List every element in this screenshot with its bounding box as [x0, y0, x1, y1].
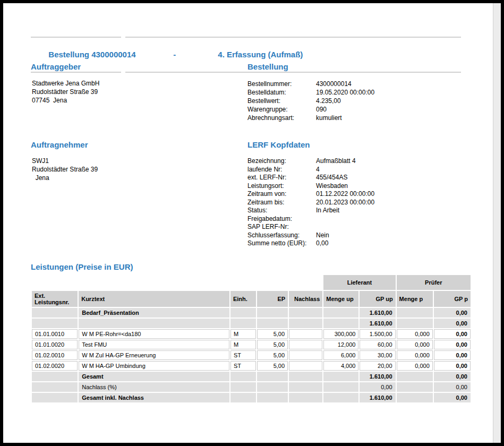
cell-menge-up: [323, 308, 358, 318]
cell-ext-leistungsnr: [32, 393, 78, 402]
cell-gp-up: 60,00: [360, 340, 395, 349]
cell-gp-up: 1.500,00: [360, 329, 395, 339]
field-row: laufende Nr:4: [247, 166, 460, 174]
cell-menge-p: 0,000: [397, 350, 433, 360]
column-header-ep: EP: [257, 291, 288, 307]
cell-gp-up: 1.610,00: [360, 372, 395, 381]
cell-gp-p: 0,00: [434, 308, 471, 318]
cell-gp-p: 0,00: [434, 393, 471, 402]
field-row: ext. LERF-Nr:455/454AS: [247, 174, 460, 182]
field-label: Warengruppe:: [247, 105, 316, 114]
document-page: Bestellung 4300000014-4. Erfassung (Aufm…: [0, 0, 504, 446]
column-header-row: Ext. Leistungsnr.KurztextEinh.EPNachlass…: [32, 291, 471, 307]
field-label: Freigabedatum:: [247, 215, 316, 224]
auftraggeber-address: Stadtwerke Jena GmbHRudolstädter Straße …: [32, 79, 99, 105]
cell-einh: [230, 382, 256, 392]
field-label: Abrechnungsart:: [247, 114, 316, 122]
address-line: Stadtwerke Jena GmbH: [32, 79, 99, 88]
field-row: Abrechnungsart:kumuliert: [247, 114, 460, 122]
field-label: Schlusserfassung:: [247, 231, 316, 240]
title-bottom-rule: [31, 72, 461, 73]
cell-ext-leistungsnr: [32, 319, 78, 328]
column-header-menge-up: Menge up: [323, 291, 358, 307]
cell-einh: [230, 372, 256, 381]
cell-menge-up: [323, 319, 358, 328]
column-header-ext-leistungsnr: Ext. Leistungsnr.: [32, 291, 78, 307]
column-header-gp-up: GP up: [360, 291, 395, 307]
cell-kurztext: W M PE-Rohr=<da180: [79, 329, 229, 339]
cell-menge-p: 0,000: [397, 340, 433, 349]
table-row: 01.01.0010W M PE-Rohr=<da180M5,00300,000…: [32, 329, 471, 339]
cell-einh: M: [230, 329, 256, 339]
title-bar: Bestellung 4300000014-4. Erfassung (Aufm…: [31, 37, 461, 73]
field-value: 20.01.2023 00:00:00: [316, 199, 460, 207]
cell-ext-leistungsnr: 01.01.0010: [32, 329, 78, 339]
section-heading-auftragnehmer: Auftragnehmer: [31, 140, 88, 149]
field-row: Freigabedatum:: [247, 215, 460, 224]
cell-menge-p: [397, 372, 433, 381]
group-header-row: LieferantPrüfer: [32, 275, 471, 290]
cell-gp-p: 0,00: [434, 329, 471, 339]
field-label: Bestelldatum:: [247, 88, 316, 97]
cell-ext-leistungsnr: [32, 372, 78, 381]
cell-ep: [257, 393, 288, 402]
cell-gp-up: 30,00: [360, 350, 395, 360]
field-label: Zeitraum bis:: [247, 199, 316, 207]
cell-einh: M: [230, 340, 256, 349]
field-label: Summe netto (EUR):: [247, 239, 316, 248]
cell-gp-p: 0,00: [434, 361, 471, 371]
field-label: SAP LERF-Nr:: [247, 223, 316, 231]
table-row: 01.01.0020Test FMUM5,0012,00060,000,0000…: [32, 340, 471, 349]
field-value: 090: [316, 105, 460, 114]
page-title-order-number: Bestellung 4300000014: [48, 50, 173, 59]
field-value: 4: [316, 166, 460, 174]
cell-ep: [257, 308, 288, 318]
column-header-gp-p: GP p: [434, 291, 471, 307]
section-heading-leistungen: Leistungen (Preise in EUR): [31, 262, 133, 271]
group-header-prfer: Prüfer: [397, 275, 471, 290]
field-row: Schlusserfassung:Nein: [247, 231, 460, 240]
cell-gp-p: 0,00: [434, 340, 471, 349]
cell-kurztext: Nachlass (%): [79, 382, 229, 392]
page-title-step: 4. Erfassung (Aufmaß): [218, 50, 303, 59]
column-header-menge-p: Menge p: [397, 291, 433, 307]
cell-kurztext: W M Zul HA-GP Erneuerung: [79, 350, 229, 360]
table-row: Gesamt1.610,000,00: [32, 372, 471, 381]
field-value: In Arbeit: [316, 207, 460, 215]
cell-menge-up: 300,000: [323, 329, 358, 339]
field-label: Bezeichnung:: [247, 157, 316, 166]
cell-menge-up: [323, 382, 358, 392]
cell-menge-up: [323, 393, 358, 402]
cell-ext-leistungsnr: 01.02.0020: [32, 361, 78, 371]
cell-kurztext: Bedarf_Präsentation: [79, 308, 229, 318]
cell-ep: [257, 372, 288, 381]
cell-gp-p: 0,00: [434, 372, 471, 381]
field-row: SAP LERF-Nr:: [247, 223, 460, 231]
lerf-fields: Bezeichnung:Aufmaßblatt 4laufende Nr:4ex…: [247, 157, 460, 248]
cell-nachlass: [289, 372, 322, 381]
address-line: Rudolstädter Straße 39: [32, 165, 98, 174]
auftragnehmer-address: SWJ1Rudolstädter Straße 39 Jena: [32, 157, 98, 182]
field-row: Leistungsort:Wiesbaden: [247, 182, 460, 191]
field-label: ext. LERF-Nr:: [247, 174, 316, 182]
scrollbar-track[interactable]: [493, 3, 501, 443]
cell-gp-up: 1.610,00: [360, 393, 395, 402]
field-row: Bezeichnung:Aufmaßblatt 4: [247, 157, 460, 166]
column-header-nachlass: Nachlass: [289, 291, 322, 307]
field-value: 455/454AS: [316, 174, 460, 182]
field-row: Warengruppe:090: [247, 105, 460, 114]
field-label: Bestellnummer:: [247, 80, 316, 88]
cell-menge-p: [397, 393, 433, 402]
page-title: Bestellung 4300000014-4. Erfassung (Aufm…: [31, 38, 461, 72]
field-value: 0,00: [316, 239, 460, 248]
cell-nachlass: [289, 319, 322, 328]
cell-gp-p: 0,00: [434, 319, 471, 328]
table-row: 1.610,000,00: [32, 319, 471, 328]
cell-ep: 5,00: [257, 350, 288, 360]
leistungen-table-body: Bedarf_Präsentation1.610,000,001.610,000…: [32, 308, 471, 402]
cell-ep: [257, 382, 288, 392]
bestellung-fields: Bestellnummer:4300000014Bestelldatum:19.…: [247, 80, 460, 122]
cell-ep: 5,00: [257, 361, 288, 371]
field-value: [316, 223, 460, 231]
cell-nachlass: [289, 382, 322, 392]
